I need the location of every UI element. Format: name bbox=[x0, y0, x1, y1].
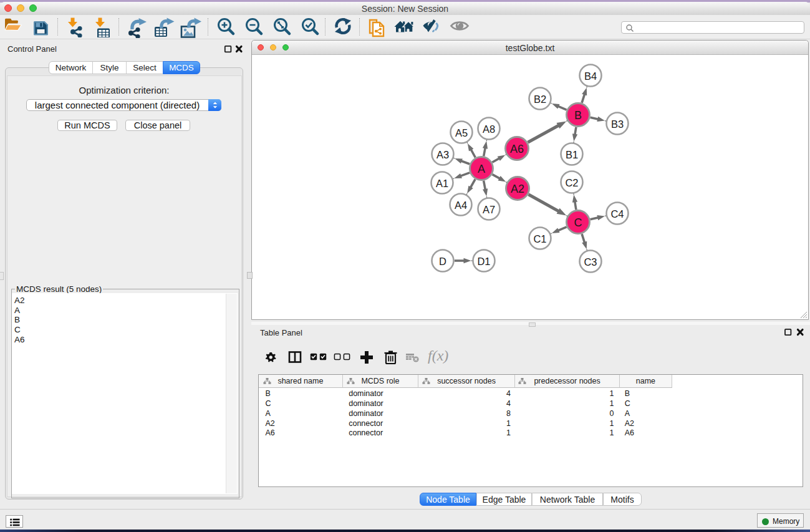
svg-text:C4: C4 bbox=[610, 208, 624, 220]
svg-text:C2: C2 bbox=[565, 177, 578, 188]
svg-text:C: C bbox=[574, 216, 582, 229]
svg-text:A8: A8 bbox=[483, 123, 495, 135]
svg-text:A7: A7 bbox=[483, 204, 495, 215]
svg-text:A1: A1 bbox=[436, 178, 448, 189]
svg-text:A2: A2 bbox=[511, 183, 524, 195]
svg-text:B2: B2 bbox=[534, 94, 546, 105]
svg-text:A5: A5 bbox=[455, 127, 468, 138]
svg-text:C3: C3 bbox=[584, 256, 597, 268]
svg-text:B3: B3 bbox=[611, 118, 624, 130]
svg-text:C1: C1 bbox=[533, 233, 546, 244]
svg-text:B1: B1 bbox=[566, 149, 578, 160]
svg-text:B: B bbox=[574, 109, 582, 122]
svg-text:A4: A4 bbox=[455, 200, 467, 211]
svg-text:D: D bbox=[439, 256, 446, 267]
svg-text:D1: D1 bbox=[477, 256, 490, 267]
svg-text:B4: B4 bbox=[584, 70, 597, 82]
svg-text:A3: A3 bbox=[436, 149, 449, 160]
svg-text:A: A bbox=[478, 163, 485, 175]
svg-text:A6: A6 bbox=[510, 143, 524, 155]
